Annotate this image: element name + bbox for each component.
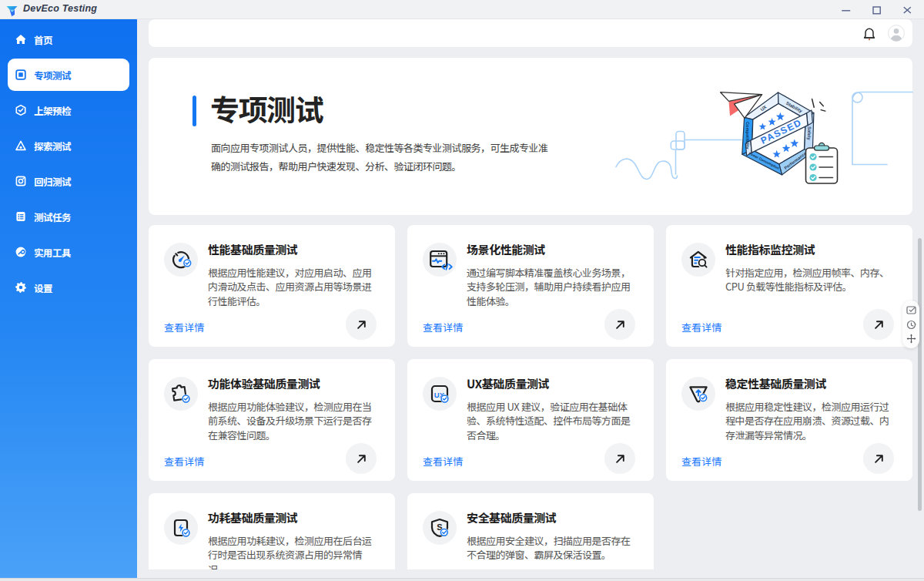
svg-text:Safety: Safety [807, 126, 812, 141]
svg-text:Compatibility: Compatibility [745, 122, 750, 149]
